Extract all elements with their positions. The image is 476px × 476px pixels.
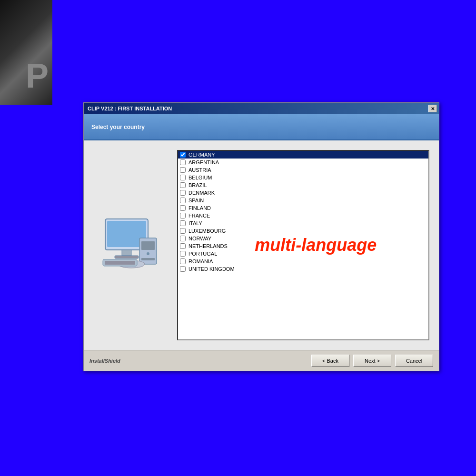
country-name: SPAIN	[188, 198, 204, 203]
country-item[interactable]: UNITED KINGDOM	[178, 265, 428, 273]
country-checkbox[interactable]	[180, 266, 186, 272]
country-checkbox[interactable]	[180, 228, 186, 234]
installshield-shield: Shield	[105, 358, 120, 364]
country-item[interactable]: NORWAY	[178, 235, 428, 242]
country-name: PORTUGAL	[188, 251, 217, 257]
next-button[interactable]: Next >	[353, 355, 391, 367]
country-checkbox[interactable]	[180, 159, 186, 165]
installshield-install: Install	[89, 358, 105, 364]
country-name: ITALY	[188, 220, 202, 226]
country-item[interactable]: BRAZIL	[178, 181, 428, 189]
country-name: BRAZIL	[188, 182, 207, 188]
back-button[interactable]: < Back	[311, 355, 349, 367]
country-name: AUSTRIA	[188, 167, 211, 173]
country-name: UNITED KINGDOM	[188, 266, 235, 272]
country-list-area: GERMANYARGENTINAAUSTRIABELGIUMBRAZILDENM…	[177, 150, 429, 340]
dialog-footer: InstallShield < Back Next > Cancel	[84, 350, 439, 371]
country-name: LUXEMBOURG	[188, 228, 226, 234]
top-left-image	[0, 0, 52, 105]
country-item[interactable]: ROMANIA	[178, 258, 428, 265]
country-item[interactable]: NETHERLANDS	[178, 242, 428, 250]
country-item[interactable]: AUSTRIA	[178, 166, 428, 174]
installshield-logo: InstallShield	[89, 358, 120, 364]
country-checkbox[interactable]	[180, 243, 186, 249]
computer-icon	[100, 217, 162, 274]
country-item[interactable]: PORTUGAL	[178, 250, 428, 258]
svg-rect-3	[115, 256, 139, 258]
country-checkbox[interactable]	[180, 205, 186, 211]
country-item[interactable]: LUXEMBOURG	[178, 227, 428, 235]
country-item[interactable]: SPAIN	[178, 197, 428, 204]
country-name: NORWAY	[188, 236, 211, 241]
svg-rect-5	[141, 241, 155, 250]
country-item[interactable]: DENMARK	[178, 189, 428, 197]
svg-rect-2	[122, 250, 131, 256]
computer-icon-area	[93, 150, 169, 340]
country-checkbox[interactable]	[180, 182, 186, 188]
country-name: ARGENTINA	[188, 159, 219, 165]
country-item[interactable]: FRANCE	[178, 212, 428, 219]
svg-rect-11	[105, 261, 135, 265]
country-item[interactable]: FINLAND	[178, 204, 428, 212]
country-list-container: GERMANYARGENTINAAUSTRIABELGIUMBRAZILDENM…	[177, 150, 429, 340]
country-checkbox[interactable]	[180, 258, 186, 264]
country-item[interactable]: BELGIUM	[178, 174, 428, 181]
country-name: FRANCE	[188, 213, 210, 218]
country-checkbox[interactable]	[180, 167, 186, 173]
dialog-content: GERMANYARGENTINAAUSTRIABELGIUMBRAZILDENM…	[84, 140, 439, 350]
country-item[interactable]: GERMANY	[178, 151, 428, 159]
country-checkbox[interactable]	[180, 190, 186, 196]
svg-rect-7	[141, 258, 155, 260]
country-checkbox[interactable]	[180, 175, 186, 180]
close-button[interactable]: ✕	[428, 105, 437, 112]
country-checkbox[interactable]	[180, 213, 186, 218]
dialog-header: Select your country	[84, 114, 439, 140]
country-checkbox[interactable]	[180, 236, 186, 241]
country-name: DENMARK	[188, 190, 215, 196]
country-list[interactable]: GERMANYARGENTINAAUSTRIABELGIUMBRAZILDENM…	[178, 151, 428, 339]
header-text: Select your country	[91, 124, 145, 130]
footer-buttons: < Back Next > Cancel	[311, 355, 433, 367]
title-bar: CLIP V212 : FIRST INSTALLATION ✕	[84, 103, 439, 114]
country-name: ROMANIA	[188, 258, 213, 264]
country-item[interactable]: ARGENTINA	[178, 159, 428, 166]
country-checkbox[interactable]	[180, 220, 186, 226]
country-item[interactable]: ITALY	[178, 219, 428, 227]
country-name: NETHERLANDS	[188, 243, 228, 249]
country-checkbox[interactable]	[180, 251, 186, 257]
country-name: FINLAND	[188, 205, 211, 211]
country-name: BELGIUM	[188, 175, 212, 180]
cancel-button[interactable]: Cancel	[395, 355, 433, 367]
country-name: GERMANY	[188, 152, 215, 158]
dialog-title: CLIP V212 : FIRST INSTALLATION	[86, 106, 172, 111]
svg-point-6	[147, 252, 149, 255]
country-checkbox[interactable]	[180, 198, 186, 203]
country-checkbox[interactable]	[180, 152, 186, 158]
dialog-window: CLIP V212 : FIRST INSTALLATION ✕ Select …	[83, 102, 439, 371]
